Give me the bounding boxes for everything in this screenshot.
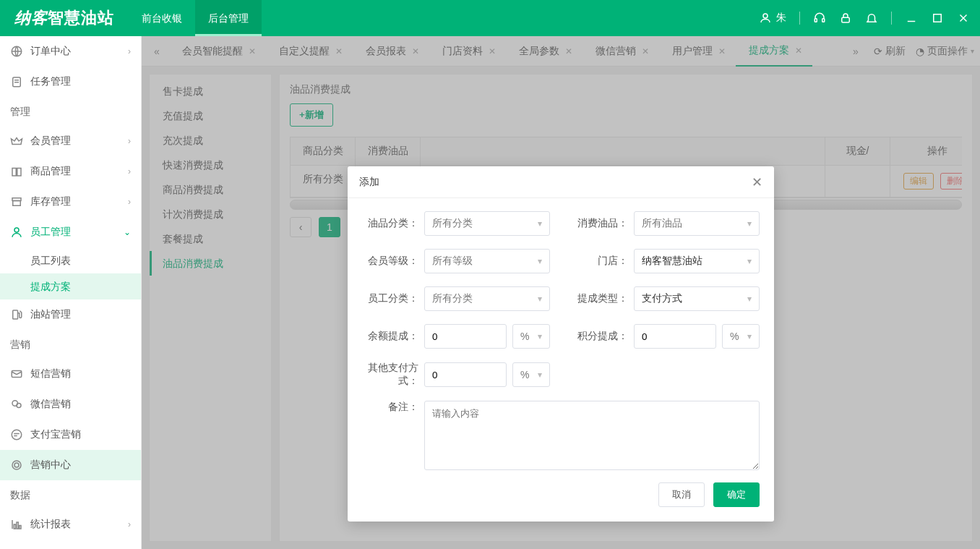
chevron-right-icon: › [128,166,131,176]
svg-rect-24 [14,524,15,529]
svg-point-16 [14,228,19,232]
sidebar-group-manage: 管理 [0,97,141,126]
confirm-button[interactable]: 确定 [713,482,760,507]
current-user[interactable]: 朱 [759,12,786,25]
separator [891,12,892,25]
select-store[interactable]: 纳客智慧油站▾ [634,249,760,273]
app-logo: 纳客智慧油站 [0,7,129,29]
svg-point-23 [14,463,19,467]
header-tab-pos[interactable]: 前台收银 [129,0,195,36]
chevron-down-icon: ▾ [747,256,752,266]
sidebar-item-tasks[interactable]: 任务管理 [0,67,141,97]
header-tab-admin[interactable]: 后台管理 [195,0,262,36]
svg-rect-2 [822,19,825,22]
select-points-unit[interactable]: %▾ [722,324,760,349]
label-consume-oil: 消费油品： [572,217,634,230]
lock-icon[interactable] [839,12,852,25]
select-member-level[interactable]: 所有等级▾ [424,249,550,273]
chevron-right-icon: › [128,136,131,146]
select-balance-unit[interactable]: %▾ [512,324,550,349]
chevron-right-icon: › [128,197,131,207]
label-other-pay: 其他支付方式： [362,362,424,388]
chevron-down-icon: ⌄ [124,227,131,237]
fuel-icon [10,308,23,321]
separator [799,12,800,25]
sidebar-sub-staff-list[interactable]: 员工列表 [0,247,141,273]
sidebar-item-sms[interactable]: 短信营销 [0,359,141,389]
sidebar-item-wechat[interactable]: 微信营销 [0,389,141,420]
svg-rect-26 [20,526,21,529]
modal-title: 添加 [359,176,379,189]
chevron-right-icon: › [128,46,131,56]
select-oil-category[interactable]: 所有分类▾ [424,211,550,236]
svg-rect-25 [17,522,18,529]
window-minimize-icon[interactable] [905,12,918,25]
chevron-down-icon: ▾ [538,370,542,380]
chart-icon [10,518,23,531]
svg-point-22 [12,461,21,469]
sidebar-item-alipay[interactable]: 支付宝营销 [0,420,141,450]
sidebar-sub-commission[interactable]: 提成方案 [0,273,141,299]
label-member-level: 会员等级： [362,255,424,268]
label-store: 门店： [572,255,634,268]
globe-icon [10,45,23,58]
chevron-down-icon: ▾ [538,331,542,341]
input-other-pay[interactable] [424,362,507,387]
sidebar-item-station[interactable]: 油站管理 [0,299,141,330]
window-maximize-icon[interactable] [931,12,944,25]
label-oil-category: 油品分类： [362,217,424,230]
bell-icon[interactable] [865,12,878,25]
chevron-down-icon: ▾ [538,294,542,304]
sidebar-item-stats[interactable]: 统计报表› [0,509,141,540]
select-staff-category[interactable]: 所有分类▾ [424,286,550,311]
label-points: 积分提成： [572,330,634,343]
user-name: 朱 [776,12,786,25]
sidebar-item-goods[interactable]: 商品管理› [0,156,141,187]
clipboard-icon [10,75,23,88]
cancel-button[interactable]: 取消 [658,482,705,507]
select-other-pay-unit[interactable]: %▾ [512,362,550,387]
mail-icon [10,367,23,380]
header-tabs: 前台收银 后台管理 [129,0,262,36]
person-icon [10,226,23,239]
modal-footer: 取消 确定 [348,477,774,522]
chevron-down-icon: ▾ [747,218,752,229]
app-header: 纳客智慧油站 前台收银 后台管理 朱 [0,0,980,36]
sidebar-item-stock[interactable]: 库存管理› [0,187,141,217]
modal-body: 油品分类： 所有分类▾ 消费油品： 所有油品▾ 会员等级： 所有等级▾ 门店 [348,198,774,477]
sidebar-item-members[interactable]: 会员管理› [0,126,141,156]
chevron-right-icon: › [128,519,131,529]
svg-rect-1 [814,19,817,22]
select-commission-type[interactable]: 支付方式▾ [634,286,760,311]
box-icon [10,165,23,178]
sidebar-item-analysis[interactable]: 数据分析› [0,540,141,549]
alipay-icon [10,428,23,441]
label-commission-type: 提成类型： [572,292,634,305]
label-remark: 备注： [362,401,424,414]
input-balance[interactable] [424,324,507,349]
modal-close-icon[interactable]: ✕ [752,174,762,190]
sidebar-item-orders[interactable]: 订单中心› [0,36,141,67]
svg-rect-5 [934,14,942,22]
svg-rect-17 [13,310,18,319]
svg-rect-3 [842,17,850,22]
user-icon [759,12,772,25]
textarea-remark[interactable] [424,401,760,470]
headset-icon[interactable] [813,12,826,25]
add-modal: 添加 ✕ 油品分类： 所有分类▾ 消费油品： 所有油品▾ [348,166,774,522]
svg-rect-12 [12,169,16,176]
chevron-down-icon: ▾ [747,294,752,304]
svg-rect-13 [17,169,21,176]
window-close-icon[interactable] [957,12,970,25]
modal-header: 添加 ✕ [348,166,774,198]
header-right: 朱 [759,12,980,25]
sidebar-item-marketing-center[interactable]: 营销中心 [0,450,141,480]
select-consume-oil[interactable]: 所有油品▾ [634,211,760,236]
wechat-icon [10,398,23,411]
chevron-down-icon: ▾ [538,218,542,229]
crown-icon [10,135,23,148]
chevron-down-icon: ▾ [747,331,752,341]
input-points[interactable] [634,324,716,349]
chevron-down-icon: ▾ [538,256,542,266]
sidebar-item-staff[interactable]: 员工管理⌄ [0,217,141,247]
